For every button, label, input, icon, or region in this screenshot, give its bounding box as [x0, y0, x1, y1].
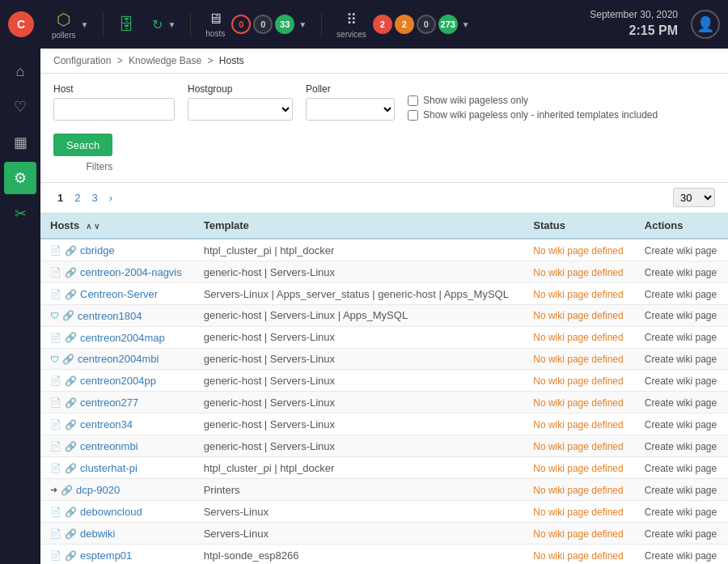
- col-template: Template: [194, 213, 524, 239]
- create-wiki-link[interactable]: Create wiki page: [645, 550, 717, 562]
- hostgroup-select[interactable]: [188, 98, 293, 121]
- template-cell: generic-host | Servers-Linux: [194, 261, 524, 283]
- hosts-nav-group[interactable]: 🖥 hosts 0 0 33 ▼: [199, 7, 313, 41]
- host-icon-group: 📄 🔗 esptemp01: [50, 549, 132, 562]
- host-name-link[interactable]: centreonmbi: [80, 440, 138, 452]
- breadcrumb-config[interactable]: Configuration: [53, 55, 111, 66]
- host-name-link[interactable]: esptemp01: [80, 549, 132, 562]
- create-wiki-link[interactable]: Create wiki page: [645, 310, 717, 321]
- template-cell: htpl-sonde_esp8266: [194, 545, 524, 565]
- create-wiki-link[interactable]: Create wiki page: [645, 528, 717, 540]
- status-cell: No wiki page defined: [523, 413, 635, 435]
- poller-select[interactable]: [306, 98, 395, 121]
- hosts-nav-label: hosts: [205, 29, 225, 38]
- host-name-link[interactable]: centreon2004mbi: [78, 353, 159, 365]
- host-icon-group: 📄 🔗 centreon2004map: [50, 332, 165, 344]
- chart-icon: ▦: [14, 134, 28, 151]
- create-wiki-link[interactable]: Create wiki page: [645, 354, 717, 365]
- table-row: 📄 🔗 clusterhat-pi htpl_cluster_pi | htpl…: [40, 457, 728, 479]
- services-badge-green: 273: [438, 15, 458, 34]
- user-avatar[interactable]: 👤: [691, 10, 720, 39]
- host-name-link[interactable]: dcp-9020: [76, 484, 120, 496]
- checkbox1-label[interactable]: Show wiki pageless only: [408, 95, 658, 106]
- template-cell: Servers-Linux: [194, 523, 524, 545]
- create-wiki-link[interactable]: Create wiki page: [645, 485, 717, 496]
- create-wiki-link[interactable]: Create wiki page: [645, 375, 717, 387]
- table-row: 📄 🔗 centreon277 generic-host | Servers-L…: [40, 392, 728, 413]
- refresh-nav-group[interactable]: ↻ ▼: [146, 14, 182, 36]
- status-text: No wiki page defined: [533, 310, 623, 321]
- page-2-link[interactable]: 2: [70, 190, 84, 206]
- create-wiki-link[interactable]: Create wiki page: [645, 267, 717, 278]
- template-cell: htpl_cluster_pi | htpl_docker: [194, 239, 524, 261]
- app-logo[interactable]: C: [8, 11, 34, 37]
- create-wiki-link[interactable]: Create wiki page: [645, 397, 717, 409]
- host-type-icon: 📄: [50, 463, 61, 473]
- search-button[interactable]: Search: [53, 134, 112, 156]
- hosts-badge-dark: 0: [253, 15, 273, 34]
- host-name-link[interactable]: centreon1804: [78, 310, 142, 322]
- host-input[interactable]: [53, 98, 175, 121]
- host-type-icon: 📄: [50, 397, 61, 408]
- hosts-badge-green: 33: [275, 15, 294, 34]
- sidebar-item-configuration[interactable]: ⚙: [4, 162, 36, 194]
- host-name-link[interactable]: Centreon-Server: [80, 288, 158, 300]
- avatar-icon: 👤: [696, 15, 714, 33]
- checkbox2-label[interactable]: Show wiki pageless only - inherited temp…: [408, 109, 658, 121]
- create-wiki-link[interactable]: Create wiki page: [645, 507, 717, 518]
- host-name-link[interactable]: clusterhat-pi: [80, 462, 138, 474]
- checkbox1[interactable]: [408, 95, 418, 106]
- page-next-link[interactable]: ›: [105, 190, 116, 206]
- sidebar-item-monitoring[interactable]: ♡: [4, 91, 36, 123]
- host-name-link[interactable]: debowncloud: [80, 506, 142, 518]
- link-icon: 🔗: [65, 245, 77, 257]
- create-wiki-link[interactable]: Create wiki page: [645, 441, 717, 452]
- status-text: No wiki page defined: [533, 528, 623, 540]
- pollers-label: pollers: [52, 31, 75, 40]
- host-name-link[interactable]: cbridge: [80, 244, 115, 257]
- sidebar-item-home[interactable]: ⌂: [4, 55, 36, 87]
- link-icon: 🔗: [65, 507, 77, 518]
- filters-link[interactable]: Filters: [87, 161, 113, 172]
- link-icon: 🔗: [65, 441, 77, 452]
- host-type-icon: 📄: [50, 375, 61, 386]
- host-cell: 🛡 🔗 centreon2004mbi: [40, 348, 194, 370]
- breadcrumb-kb[interactable]: Knowledge Base: [129, 55, 201, 66]
- action-cell: Create wiki page: [635, 305, 728, 327]
- breadcrumb: Configuration > Knowledge Base > Hosts: [40, 49, 728, 74]
- table-header-row: Hosts ∧ ∨ Template Status Actions: [40, 213, 728, 239]
- sort-icon: ∧ ∨: [86, 222, 99, 231]
- page-1-link[interactable]: 1: [53, 190, 67, 206]
- host-name-link[interactable]: centreon2004map: [80, 332, 165, 344]
- template-cell: generic-host | Servers-Linux: [194, 348, 524, 370]
- host-cell: 📄 🔗 esptemp01: [40, 545, 194, 565]
- pollers-nav-group[interactable]: ⬡ pollers ▼: [45, 6, 95, 43]
- table-row: 📄 🔗 centreon2004map generic-host | Serve…: [40, 326, 728, 348]
- col-hosts[interactable]: Hosts ∧ ∨: [40, 213, 194, 239]
- host-name-link[interactable]: debwiki: [80, 528, 115, 540]
- checkbox2[interactable]: [408, 110, 418, 121]
- page-3-link[interactable]: 3: [87, 190, 101, 206]
- host-name-link[interactable]: centreon277: [80, 396, 138, 409]
- host-name-link[interactable]: centreon-2004-nagvis: [80, 266, 182, 278]
- hostgroup-filter-field: Hostgroup: [188, 83, 293, 121]
- db-nav-group[interactable]: 🗄: [112, 12, 141, 37]
- per-page-select[interactable]: 30 50 100: [673, 188, 715, 207]
- host-icon-group: 📄 🔗 debwiki: [50, 528, 115, 540]
- host-name-link[interactable]: centreon34: [80, 418, 133, 430]
- create-wiki-link[interactable]: Create wiki page: [645, 419, 717, 430]
- host-cell: 📄 🔗 centreon-2004-nagvis: [40, 261, 194, 283]
- sidebar-item-tools[interactable]: ✂: [4, 197, 36, 230]
- create-wiki-link[interactable]: Create wiki page: [645, 245, 717, 257]
- sidebar-item-reporting[interactable]: ▦: [4, 126, 36, 159]
- table-row: 📄 🔗 debwiki Servers-Linux No wiki page d…: [40, 523, 728, 545]
- services-nav-group[interactable]: ⠿ services 2 2 0 273 ▼: [330, 7, 476, 42]
- host-cell: 🛡 🔗 centreon1804: [40, 305, 194, 327]
- create-wiki-link[interactable]: Create wiki page: [645, 463, 717, 474]
- create-wiki-link[interactable]: Create wiki page: [645, 332, 717, 343]
- create-wiki-link[interactable]: Create wiki page: [645, 289, 717, 300]
- filter-checkboxes: Show wiki pageless only Show wiki pagele…: [408, 95, 658, 121]
- host-name-link[interactable]: centreon2004pp: [80, 375, 156, 387]
- status-text: No wiki page defined: [533, 354, 623, 365]
- link-icon: 🔗: [65, 397, 77, 409]
